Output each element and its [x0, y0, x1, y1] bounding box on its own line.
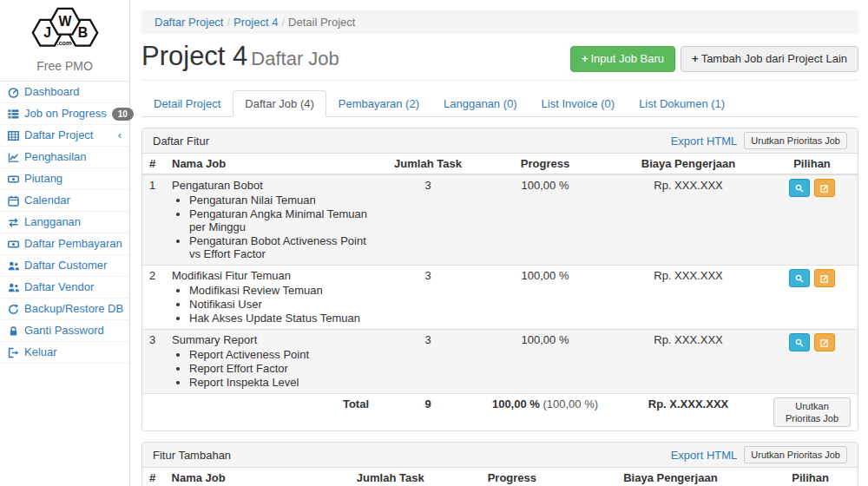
job-name: Summary Report: [172, 333, 369, 346]
progress-value: 100,00 %: [480, 266, 610, 330]
tab-daftar-job[interactable]: Daftar Job (4): [233, 90, 326, 117]
cost-value: Rp. XXX.XXX: [610, 330, 766, 394]
subtask-item: Pengaturan Angka Minimal Temuan per Ming…: [189, 207, 369, 233]
col-number: #: [142, 154, 165, 174]
sidebar-item-ganti-password[interactable]: Ganti Password: [0, 320, 129, 342]
sidebar-item-piutang[interactable]: Piutang: [0, 168, 129, 190]
tab-list-invoice[interactable]: List Invoice (0): [529, 90, 628, 117]
row-actions: [766, 266, 858, 330]
panel-heading: Daftar Fitur Export HTML Urutkan Priorit…: [142, 128, 858, 154]
brand-name: Free PMO: [0, 59, 129, 73]
sidebar-item-penghasilan[interactable]: Penghasilan: [0, 147, 129, 168]
breadcrumb-separator: /: [227, 16, 230, 29]
col-progress: Progress: [480, 154, 610, 174]
col-jumlah-task: Jumlah Task: [376, 154, 480, 174]
tab-list-dokumen[interactable]: List Dokumen (1): [627, 90, 737, 117]
row-number: 3: [142, 330, 165, 394]
daftar-fitur-table: # Nama Job Jumlah Task Progress Biaya Pe…: [142, 154, 858, 430]
money-icon: [8, 239, 19, 250]
sidebar-item-keluar[interactable]: Keluar: [0, 342, 129, 364]
subtask-item: Pengaturan Bobot Activeness Point vs Eff…: [189, 234, 369, 260]
edit-job-button[interactable]: [814, 333, 835, 351]
subtask-item: Report Effort Factor: [189, 362, 369, 375]
job-name-cell: Pengaturan Bobot Pengaturan Nilai Temuan…: [165, 174, 376, 266]
lock-icon: [8, 325, 19, 337]
sidebar-item-daftar-vendor[interactable]: Daftar Vendor: [0, 277, 129, 299]
sidebar-item-label: Job on Progress: [24, 107, 107, 121]
total-task-count: 9: [376, 394, 480, 431]
chevron-left-icon: ‹: [118, 128, 122, 142]
dashboard-icon: [8, 87, 19, 98]
breadcrumb-project-4[interactable]: Project 4: [233, 16, 278, 29]
tab-langganan[interactable]: Langganan (0): [431, 90, 529, 117]
job-name: Pengaturan Bobot: [172, 179, 369, 192]
progress-value: 100,00 %: [480, 330, 610, 394]
panel-daftar-fitur: Daftar Fitur Export HTML Urutkan Priorit…: [141, 128, 858, 431]
task-count: 3: [376, 266, 480, 330]
export-html-link[interactable]: Export HTML: [671, 449, 738, 462]
panel-title: Fitur Tambahan: [153, 449, 231, 462]
edit-job-button[interactable]: [814, 269, 835, 287]
sidebar-item-daftar-project[interactable]: Daftar Project ‹: [0, 125, 129, 147]
sidebar-item-job-on-progress[interactable]: Job on Progress 10: [0, 103, 129, 125]
input-job-baru-button[interactable]: +Input Job Baru: [570, 46, 675, 72]
sidebar-item-label: Keluar: [24, 345, 57, 359]
urutkan-prioritas-job-button[interactable]: Urutkan Prioritas Job: [744, 132, 847, 149]
users-icon: [8, 260, 19, 272]
fitur-tambahan-table: # Nama Job Jumlah Task Progress Biaya Pe…: [142, 468, 858, 486]
svg-text:W: W: [58, 14, 71, 29]
job-row: 1 Pengaturan Bobot Pengaturan Nilai Temu…: [142, 174, 858, 266]
view-job-button[interactable]: [789, 333, 810, 351]
urutkan-prioritas-job-button[interactable]: Urutkan Prioritas Job: [773, 397, 851, 427]
sidebar-item-label: Backup/Restore DB: [24, 302, 123, 316]
sidebar-item-daftar-pembayaran[interactable]: Daftar Pembayaran: [0, 233, 129, 255]
tab-pembayaran[interactable]: Pembayaran (2): [326, 90, 431, 117]
col-nama-job: Nama Job: [165, 468, 335, 486]
table-header-row: # Nama Job Jumlah Task Progress Biaya Pe…: [142, 468, 858, 486]
job-name: Modifikasi Fitur Temuan: [172, 269, 369, 282]
col-progress: Progress: [446, 468, 578, 486]
subtask-item: Modifikasi Review Temuan: [189, 284, 369, 297]
project-title: Project 4: [141, 41, 247, 71]
subtask-item: Report Inspekta Level: [189, 376, 369, 389]
sidebar-item-label: Daftar Project: [24, 128, 93, 142]
col-biaya-pengerjaan: Biaya Pengerjaan: [578, 468, 763, 486]
edit-job-button[interactable]: [814, 179, 835, 197]
sidebar-item-calendar[interactable]: Calendar: [0, 190, 129, 212]
job-row: 3 Summary Report Report Activeness Point…: [142, 330, 858, 394]
tab-detail-project[interactable]: Detail Project: [141, 90, 233, 117]
jwb-logo: J B W .com: [23, 7, 107, 52]
total-progress: 100,00 % (100,00 %): [480, 394, 610, 431]
urutkan-prioritas-job-button[interactable]: Urutkan Prioritas Job: [744, 446, 847, 463]
export-html-link[interactable]: Export HTML: [671, 135, 738, 148]
view-job-button[interactable]: [789, 179, 810, 197]
calendar-icon: [8, 195, 19, 207]
subtask-item: Notifikasi User: [189, 298, 369, 311]
tasks-icon: [8, 108, 19, 120]
col-number: #: [142, 468, 165, 486]
job-name-cell: Summary Report Report Activeness Point R…: [165, 330, 376, 394]
sidebar-item-backup-restore-db[interactable]: Backup/Restore DB: [0, 299, 129, 320]
task-count: 3: [376, 330, 480, 394]
view-job-button[interactable]: [789, 269, 810, 287]
subtask-item: Pengaturan Nilai Temuan: [189, 194, 369, 207]
sidebar-item-dashboard[interactable]: Dashboard: [0, 82, 129, 103]
edit-icon: [820, 338, 829, 348]
row-number: 1: [142, 174, 165, 266]
sidebar-item-daftar-customer[interactable]: Daftar Customer: [0, 255, 129, 277]
table-icon: [8, 130, 19, 141]
progress-value: 100,00 %: [480, 174, 610, 266]
app-window: J B W .com Free PMO Dashboard Job on Pro…: [0, 0, 868, 486]
total-progress-paren: (100,00 %): [542, 397, 598, 410]
sidebar-item-langganan[interactable]: Langganan: [0, 212, 129, 233]
tambah-job-dari-project-lain-button[interactable]: +Tambah Job dari Project Lain: [681, 46, 858, 72]
breadcrumb-daftar-project[interactable]: Daftar Project: [155, 16, 223, 29]
sidebar-item-label: Ganti Password: [24, 324, 104, 338]
plus-icon: +: [692, 52, 699, 65]
sidebar-item-label: Dashboard: [24, 85, 80, 99]
table-header-row: # Nama Job Jumlah Task Progress Biaya Pe…: [142, 154, 858, 174]
sidebar-item-label: Daftar Customer: [24, 259, 107, 273]
svg-text:.com: .com: [56, 39, 72, 47]
subtask-list: Modifikasi Review Temuan Notifikasi User…: [172, 284, 369, 325]
cost-value: Rp. XXX.XXX: [610, 174, 766, 266]
